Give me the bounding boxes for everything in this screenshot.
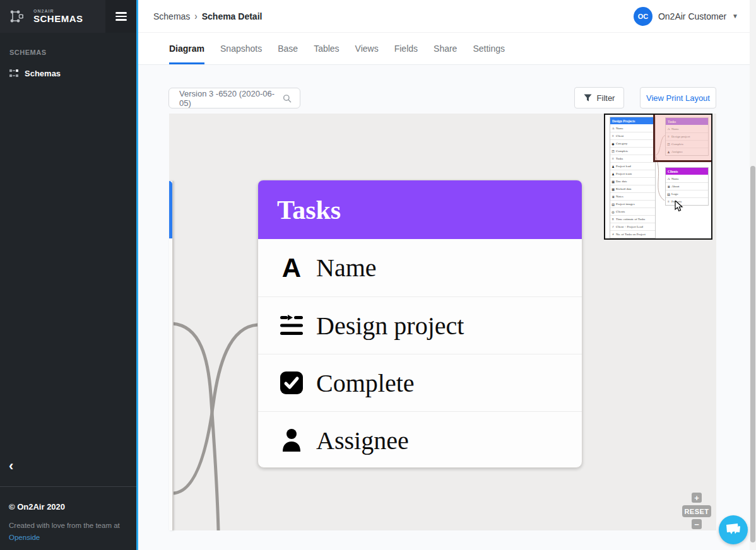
minimap-field: ≣Notes <box>610 192 655 200</box>
design-projects-header-edge <box>169 181 172 238</box>
tab-share[interactable]: Share <box>434 33 457 64</box>
user-icon <box>277 428 306 452</box>
minimap[interactable]: Design Projects AName ≡Client ◉Category … <box>604 114 712 240</box>
cursor-arrow-icon <box>675 201 685 212</box>
minimap-field: ▦Due date <box>610 177 655 185</box>
minimap-table-design-projects[interactable]: Design Projects AName ≡Client ◉Category … <box>610 117 656 238</box>
tasks-table-title: Tasks <box>277 195 341 225</box>
text-icon: A <box>667 177 670 180</box>
link-record-icon: ≡ <box>667 200 670 203</box>
openside-link[interactable]: Openside <box>9 534 40 541</box>
attachment-icon: ▤ <box>611 202 615 206</box>
tasks-table-header[interactable]: Tasks <box>258 180 582 239</box>
filter-button[interactable]: Filter <box>574 87 624 108</box>
count-icon: # <box>611 233 615 236</box>
minimap-field: ≡Tasks <box>610 155 655 162</box>
minimap-field: ≡Client <box>610 132 655 139</box>
minimap-viewport-indicator[interactable] <box>653 115 711 162</box>
sidebar-header: ON2AIR SCHEMAS <box>0 0 136 33</box>
tagline-text: Created with love from the team at <box>9 520 127 531</box>
sidebar-item-label: Schemas <box>25 69 61 78</box>
formula-icon: ƒ <box>611 225 615 228</box>
tab-base[interactable]: Base <box>278 33 298 64</box>
zoom-reset-button[interactable]: RESET <box>682 505 711 517</box>
tab-views[interactable]: Views <box>355 33 379 64</box>
checkbox-icon: ☑ <box>611 149 615 153</box>
chat-bubble-icon <box>725 522 741 537</box>
design-projects-table-edge[interactable] <box>169 181 174 530</box>
minimap-field: ▤Logo <box>666 190 708 197</box>
user-name: On2Air Customer <box>658 11 726 21</box>
field-row-assignee[interactable]: Assignee <box>258 411 582 469</box>
field-row-complete[interactable]: Complete <box>258 354 582 411</box>
page-scrollbar-thumb[interactable] <box>750 166 755 542</box>
tab-tables[interactable]: Tables <box>314 33 339 64</box>
copyright-text: © On2Air 2020 <box>9 502 127 512</box>
on2air-schema-logo-icon <box>8 7 27 26</box>
schema-icon <box>9 69 20 78</box>
field-label: Design project <box>316 311 464 341</box>
version-selector-value: Version 3 -6520 (2020-06-05) <box>179 89 283 108</box>
breadcrumb-schema-detail: Schema Detail <box>202 11 263 21</box>
checkbox-icon <box>277 371 306 395</box>
sidebar-toggle-button[interactable] <box>105 0 136 33</box>
caret-down-icon: ▼ <box>732 13 738 20</box>
collapse-sidebar-button[interactable]: ‹ <box>9 459 13 473</box>
filter-button-label: Filter <box>597 93 615 103</box>
top-header: Schemas › Schema Detail OC On2Air Custom… <box>138 0 756 33</box>
zoom-out-button[interactable]: − <box>692 519 702 529</box>
minimap-field: ≣About <box>666 182 708 190</box>
hamburger-icon <box>115 10 127 23</box>
tab-settings[interactable]: Settings <box>473 33 505 64</box>
app-logo[interactable]: ON2AIR SCHEMAS <box>0 0 105 33</box>
minimap-field: ≡Projects <box>666 197 708 205</box>
chat-widget-button[interactable] <box>719 515 748 544</box>
minimap-field: AName <box>666 175 708 182</box>
breadcrumb: Schemas › Schema Detail <box>153 11 262 21</box>
tasks-table-card[interactable]: Tasks A Name <box>257 180 582 468</box>
sidebar-section-label: SCHEMAS <box>9 49 47 56</box>
attachment-icon: ▤ <box>667 192 670 196</box>
user-icon: ♟ <box>611 172 615 176</box>
tab-fields[interactable]: Fields <box>394 33 418 64</box>
minimap-field: ΣTime estimate of Tasks <box>610 215 655 223</box>
minimap-field: AName <box>610 124 655 132</box>
tab-bar: Diagram Snapshots Base Tables Views Fiel… <box>138 33 756 65</box>
field-label: Complete <box>316 368 415 398</box>
rollup-icon: Σ <box>611 218 615 221</box>
tab-snapshots[interactable]: Snapshots <box>220 33 262 64</box>
breadcrumb-schemas[interactable]: Schemas <box>153 11 190 21</box>
sidebar-footer: © On2Air 2020 Created with love from the… <box>0 486 136 542</box>
on2air-schemas-app: ON2AIR SCHEMAS SCHEMAS Schemas ‹ © On2Ai… <box>0 0 756 550</box>
diagram-canvas[interactable]: Tasks A Name <box>169 114 716 530</box>
minimap-table-clients[interactable]: Clients AName ≣About ▤Logo ≡Projects <box>665 167 709 206</box>
user-icon: ♟ <box>611 165 615 168</box>
view-print-layout-button[interactable]: View Print Layout <box>640 87 716 108</box>
version-selector[interactable]: Version 3 -6520 (2020-06-05) <box>168 88 300 108</box>
avatar: OC <box>634 7 653 26</box>
minimap-field: ◉Category <box>610 139 655 147</box>
logo-main-label: SCHEMAS <box>33 14 83 25</box>
minimap-field: ♟Project team <box>610 170 655 177</box>
sidebar-item-schemas[interactable]: Schemas <box>0 65 136 81</box>
tab-diagram[interactable]: Diagram <box>169 33 204 64</box>
link-record-icon: ≡ <box>611 157 615 160</box>
rollup-icon: ◎ <box>611 210 615 214</box>
user-menu[interactable]: OC On2Air Customer ▼ <box>634 7 738 26</box>
field-row-design-project[interactable]: Design project <box>258 296 582 354</box>
sidebar: ON2AIR SCHEMAS SCHEMAS Schemas ‹ © On2Ai… <box>0 0 136 550</box>
select-icon: ◉ <box>611 142 615 146</box>
minimap-field: ♟Project lead <box>610 162 655 170</box>
date-icon: ▦ <box>611 187 615 191</box>
minimap-field: #No. of Tasks on Project <box>610 230 655 238</box>
zoom-in-button[interactable]: + <box>692 493 702 503</box>
notes-icon: ≣ <box>667 185 670 189</box>
breadcrumb-separator-icon: › <box>194 10 197 23</box>
view-print-layout-label: View Print Layout <box>646 93 710 103</box>
minimap-field: ▦Kickoff date <box>610 185 655 192</box>
diagram-page: Version 3 -6520 (2020-06-05) Filter View… <box>138 65 756 550</box>
field-row-name[interactable]: A Name <box>258 239 582 296</box>
link-record-icon <box>277 315 306 336</box>
link-record-icon: ≡ <box>611 134 615 138</box>
date-icon: ▦ <box>611 180 615 184</box>
